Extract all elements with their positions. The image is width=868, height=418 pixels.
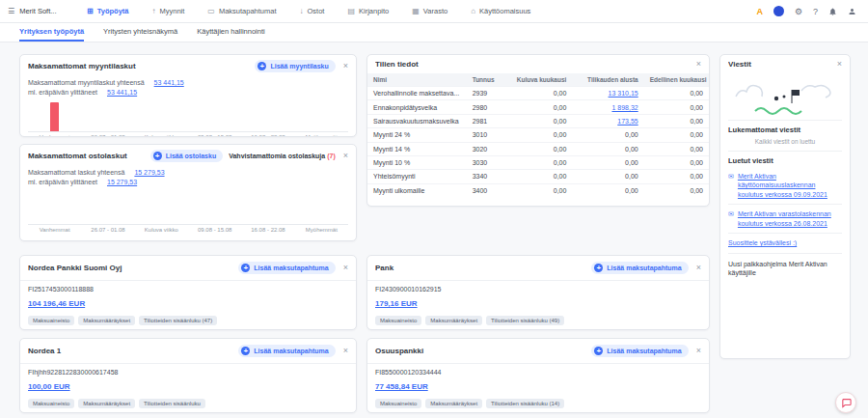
bank-action-tag[interactable]: Maksumääräykset <box>78 399 135 408</box>
message-link-item[interactable]: Suosittele ystävällesi :) <box>728 234 842 253</box>
nav-item-kirjanpito[interactable]: ▤ Kirjanpito <box>347 7 389 15</box>
bank-actions: Maksuaineisto Maksumääräykset Tiliotteid… <box>375 316 701 325</box>
user-initial-badge[interactable]: A <box>756 7 763 16</box>
bank-name: Nordea 1 <box>28 347 232 355</box>
bank-action-tag[interactable]: Tiliotteiden sisäänluku (47) <box>139 316 217 325</box>
sales-overdue-link[interactable]: 53 441,15 <box>107 89 137 96</box>
close-icon[interactable]: × <box>343 347 348 355</box>
chat-bubble-icon <box>841 398 852 408</box>
bank-action-tag[interactable]: Maksuaineisto <box>375 316 421 325</box>
ledger-icon: ▤ <box>347 7 355 15</box>
add-purchase-invoice-button[interactable]: + Lisää ostolasku <box>150 150 224 162</box>
bank-action-tag[interactable]: Tiliotteiden sisäänluku <box>139 399 205 408</box>
chart-category-label: Myöhemmät <box>295 134 348 137</box>
add-sales-invoice-button[interactable]: + Lisää myyntilasku <box>255 60 335 72</box>
table-row[interactable]: Ennakonpidätysvelka 2980 0,00 1 898,32 0… <box>367 100 709 114</box>
table-row[interactable]: Myynti 10 % 3030 0,00 0,00 0,00 <box>367 155 709 169</box>
message-plain-item: Uusi palkkaohjelma Merit Aktivan käyttäj… <box>728 254 842 278</box>
fiscal-amount-link[interactable]: 1 898,32 <box>611 104 637 111</box>
bank-action-tag[interactable]: Maksuaineisto <box>28 316 74 325</box>
desktop-grid-icon: ⊞ <box>87 7 94 15</box>
nav-item-ostot[interactable]: ↓ Ostot <box>300 7 325 15</box>
message-link-item[interactable]: ✉ Merit Aktivan käyttöomaisuuslaskennan … <box>728 167 842 205</box>
plus-icon: + <box>258 62 266 70</box>
bank-action-tag[interactable]: Maksumääräykset <box>425 399 482 408</box>
close-icon[interactable]: × <box>343 62 348 70</box>
close-icon[interactable]: × <box>343 152 348 160</box>
bank-action-tag[interactable]: Tiliotteiden sisäänluku (49) <box>486 316 564 325</box>
close-icon[interactable]: × <box>837 60 842 69</box>
tab-yritysten-yhteisnakyma[interactable]: Yritysten yhteisnäkymä <box>103 23 177 42</box>
table-row[interactable]: Yhteisömyynti 3340 0,00 0,00 0,00 <box>367 170 709 183</box>
bank-balance-link[interactable]: 77 458,84 EUR <box>375 382 428 391</box>
chart-column <box>81 189 134 224</box>
workspace-tabs: Yrityksen työpöytä Yritysten yhteisnäkym… <box>0 23 868 42</box>
nav-item-tyopoyta[interactable]: ⊞ Työpöytä <box>87 7 128 15</box>
nav-item-varasto[interactable]: ▦ Varasto <box>412 7 448 15</box>
column-header: Tilikauden alusta <box>572 73 643 87</box>
chart-category-label: 16.08 - 22.08 <box>241 134 294 137</box>
tab-kayttajien-hallinnointi[interactable]: Käyttäjien hallinnointi <box>197 23 264 42</box>
add-payment-button[interactable]: + Lisää maksutapahtuma <box>591 262 688 274</box>
fiscal-amount-link[interactable]: 173,55 <box>617 118 637 125</box>
table-row[interactable]: Myynti 14 % 3020 0,00 0,00 0,00 <box>367 142 709 155</box>
messages-illustration <box>728 77 842 120</box>
settings-gear-icon[interactable]: ⚙ <box>795 7 802 16</box>
chart-column <box>241 99 294 131</box>
purchases-overdue-link[interactable]: 15 279,53 <box>107 179 137 185</box>
nav-item-maksutapahtumat[interactable]: ▭ Maksutapahtumat <box>207 7 276 15</box>
sales-total-link[interactable]: 53 441,15 <box>154 79 184 86</box>
close-icon[interactable]: × <box>343 264 348 272</box>
table-row[interactable]: Verohallinnolle maksettava... 2939 0,00 … <box>367 87 709 100</box>
chart-category-label: 09.08 - 15.08 <box>188 227 241 233</box>
bank-action-tag[interactable]: Tiliotteiden sisäänluku (14) <box>486 399 564 408</box>
close-icon[interactable]: × <box>696 60 701 69</box>
bank-balance-link[interactable]: 104 196,46 EUR <box>28 299 85 308</box>
message-link-item[interactable]: ✉ Merit Aktivan varastolaskennan koulutu… <box>728 205 842 234</box>
purchases-total-link[interactable]: 15 279,53 <box>134 169 164 176</box>
close-icon[interactable]: × <box>696 264 701 272</box>
chart-category-label: Vanhemmat <box>28 134 81 137</box>
chart-column <box>135 99 188 131</box>
sales-overdue-line: ml. eräpäivän ylittäneet 53 441,15 <box>20 87 356 97</box>
help-icon[interactable]: ? <box>813 7 818 16</box>
tab-yrityksen-tyopoyta[interactable]: Yrityksen työpöytä <box>19 23 84 42</box>
bank-balance-link[interactable]: 100,00 EUR <box>28 382 70 391</box>
message-link[interactable]: Suosittele ystävällesi :) <box>728 238 842 247</box>
chart-column <box>295 189 348 224</box>
column-header: Edellinen kuukausi <box>644 73 709 87</box>
unconfirmed-purchase-invoices-link[interactable]: Vahvistamattomia ostolaskuja(7) <box>229 153 336 159</box>
add-payment-button[interactable]: + Lisää maksutapahtuma <box>238 345 335 357</box>
purchases-due-bar-chart <box>28 189 348 225</box>
fiscal-amount-link[interactable]: 13 310,15 <box>609 90 638 97</box>
message-link[interactable]: Merit Aktivan käyttöomaisuuslaskennan ko… <box>738 172 842 199</box>
app-menu[interactable]: ☰ Merit Soft... <box>8 7 71 15</box>
bank-action-tag[interactable]: Maksumääräykset <box>78 316 135 325</box>
table-header-row: Nimi Tunnus Kuluva kuukausi Tilikauden a… <box>367 73 709 87</box>
table-row[interactable]: Myynti 24 % 3010 0,00 0,00 0,00 <box>367 128 709 142</box>
notifications-bell-icon[interactable] <box>828 3 837 20</box>
hamburger-menu-icon: ☰ <box>8 7 14 15</box>
bank-action-tag[interactable]: Maksumääräykset <box>425 316 482 325</box>
nav-item-myynnit[interactable]: ↑ Myynnit <box>151 7 184 15</box>
bank-action-tag[interactable]: Maksuaineisto <box>28 399 74 408</box>
account-person-icon[interactable] <box>848 3 856 20</box>
mail-icon: ✉ <box>728 209 734 228</box>
chart-bar <box>50 102 59 131</box>
table-row[interactable]: Myynti ulkomaille 3400 0,00 0,00 0,00 <box>367 183 709 197</box>
messages-card: Viestit × Lukemattomat viestit Kaikki vi… <box>719 54 851 359</box>
add-payment-button[interactable]: + Lisää maksutapahtuma <box>591 345 688 357</box>
chat-launcher-button[interactable] <box>835 392 856 413</box>
nav-item-kayttoomaisuus[interactable]: ⌂ Käyttöomaisuus <box>471 7 530 15</box>
bank-balance-link[interactable]: 179,16 EUR <box>375 299 418 308</box>
avatar[interactable] <box>773 6 784 16</box>
bank-action-tag[interactable]: Maksuaineisto <box>375 399 421 408</box>
table-row[interactable]: Sairausvakuutusmaksuvelka 2981 0,00 173,… <box>367 114 709 127</box>
bank-card-nordea-pankki: Nordea Pankki Suomi Oyj + Lisää maksutap… <box>19 255 357 330</box>
add-payment-button[interactable]: + Lisää maksutapahtuma <box>238 262 335 274</box>
card-title: Viestit <box>728 60 829 69</box>
bank-name: Nordea Pankki Suomi Oyj <box>28 264 232 272</box>
message-link[interactable]: Merit Aktivan varastolaskennan koulutus … <box>738 209 842 228</box>
app-name: Merit Soft... <box>19 7 56 15</box>
close-icon[interactable]: × <box>696 347 701 355</box>
